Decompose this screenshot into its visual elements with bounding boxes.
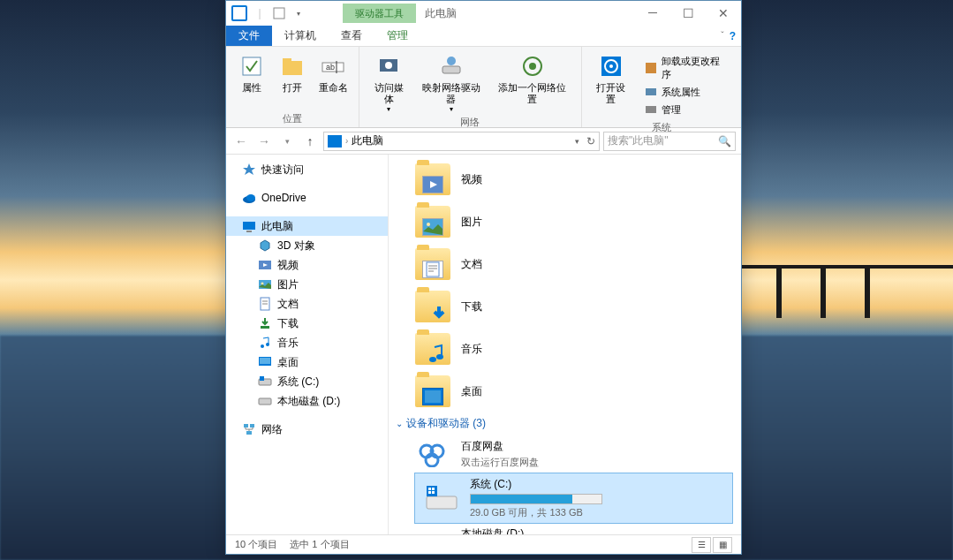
folder-icon	[415, 206, 450, 238]
titlebar[interactable]: | ▾ 驱动器工具 此电脑 ─ ☐ ✕	[226, 1, 741, 26]
properties-button[interactable]: 属性	[233, 50, 270, 95]
properties-label: 属性	[242, 82, 261, 94]
svg-rect-9	[442, 66, 460, 73]
nav-forward-button[interactable]: →	[254, 132, 274, 151]
svg-point-12	[529, 63, 536, 70]
open-settings-button[interactable]: 打开设置	[589, 50, 634, 107]
svg-rect-36	[259, 398, 271, 405]
refresh-icon[interactable]: ↻	[586, 135, 595, 148]
svg-rect-0	[274, 8, 284, 19]
svg-rect-35	[260, 376, 264, 381]
devices-section-header[interactable]: ⌄ 设备和驱动器 (3)	[389, 412, 741, 435]
svg-rect-54	[432, 488, 435, 490]
add-location-button[interactable]: 添加一个网络位置	[491, 50, 573, 107]
ribbon-collapse-icon[interactable]: ˇ	[721, 31, 723, 41]
main-pane[interactable]: 视频 图片 文档 下载 音乐 桌面 ⌄	[389, 155, 741, 534]
nav-videos[interactable]: 视频	[226, 255, 388, 275]
folder-videos[interactable]: 视频	[389, 158, 741, 201]
nav-system-c[interactable]: 系统 (C:)	[226, 372, 388, 391]
manage-button[interactable]: 管理	[640, 102, 730, 117]
window-icon	[231, 5, 247, 21]
drive-c-icon	[424, 482, 459, 514]
help-icon[interactable]: ?	[730, 30, 736, 42]
nav-quick-access[interactable]: 快速访问	[226, 160, 388, 179]
folder-icon	[415, 333, 450, 365]
tab-computer[interactable]: 计算机	[272, 26, 329, 46]
svg-rect-3	[283, 58, 291, 63]
nav-recent-dropdown[interactable]: ▾	[277, 132, 297, 151]
maximize-button[interactable]: ☐	[670, 1, 706, 26]
map-drive-label: 映射网络驱动器	[419, 82, 485, 105]
uninstall-button[interactable]: 卸载或更改程序	[640, 54, 730, 82]
ribbon-group-system: 打开设置 卸载或更改程序 系统属性 管理	[582, 47, 741, 127]
tab-file[interactable]: 文件	[226, 26, 272, 46]
nav-music[interactable]: 音乐	[226, 333, 388, 352]
rename-button[interactable]: ab 重命名	[314, 50, 352, 95]
system-properties-label: 系统属性	[662, 86, 700, 99]
folder-downloads[interactable]: 下载	[389, 285, 741, 328]
nav-desktop[interactable]: 桌面	[226, 352, 388, 372]
svg-rect-16	[646, 63, 656, 73]
svg-text:ab: ab	[326, 63, 335, 72]
svg-rect-38	[250, 424, 254, 428]
baidu-netdisk-item[interactable]: 百度网盘 双击运行百度网盘	[389, 435, 741, 473]
wallpaper-pier	[723, 247, 900, 318]
nav-local-d[interactable]: 本地磁盘 (D:)	[226, 391, 388, 411]
folder-desktop[interactable]: 桌面	[389, 370, 741, 412]
manage-label: 管理	[662, 103, 681, 117]
nav-3d-objects[interactable]: 3D 对象	[226, 236, 388, 255]
nav-up-button[interactable]: ↑	[300, 132, 320, 151]
access-media-button[interactable]: 访问媒体 ▾	[367, 50, 412, 116]
svg-rect-37	[244, 424, 248, 428]
search-icon[interactable]: 🔍	[718, 135, 731, 148]
view-icons-button[interactable]: ▦	[713, 537, 732, 553]
svg-rect-56	[432, 491, 435, 494]
nav-network[interactable]: 网络	[226, 420, 388, 439]
close-button[interactable]: ✕	[706, 1, 741, 26]
folder-music[interactable]: 音乐	[389, 328, 741, 370]
nav-downloads[interactable]: 下载	[226, 314, 388, 333]
svg-point-47	[436, 354, 443, 359]
svg-point-31	[266, 343, 269, 346]
drive-c-usage-bar	[470, 494, 602, 504]
nav-pictures[interactable]: 图片	[226, 275, 388, 294]
folder-pictures[interactable]: 图片	[389, 201, 741, 243]
breadcrumb-chevron-icon[interactable]: ›	[345, 136, 348, 146]
folder-documents[interactable]: 文档	[389, 243, 741, 285]
ribbon-group-network: 访问媒体 ▾ 映射网络驱动器 ▾ 添加一个网络位置 网络	[359, 47, 582, 127]
drive-d-title: 本地磁盘 (D:)	[461, 526, 602, 534]
nav-back-button[interactable]: ←	[231, 132, 251, 151]
nav-this-pc[interactable]: 此电脑	[226, 216, 388, 236]
address-location[interactable]: 此电脑	[352, 133, 383, 148]
qat-properties-icon[interactable]	[270, 4, 288, 22]
tab-manage[interactable]: 管理	[374, 26, 420, 46]
tab-view[interactable]: 查看	[329, 26, 374, 46]
rename-label: 重命名	[319, 82, 348, 94]
svg-point-15	[609, 64, 613, 68]
folder-icon	[415, 375, 450, 407]
drive-c-item[interactable]: 系统 (C:) 29.0 GB 可用，共 133 GB	[414, 473, 733, 524]
minimize-button[interactable]: ─	[635, 1, 670, 26]
quick-access-toolbar: | ▾	[251, 4, 307, 22]
group-location-label: 位置	[283, 112, 302, 125]
view-details-button[interactable]: ☰	[692, 537, 711, 553]
address-dropdown-icon[interactable]: ▾	[575, 137, 579, 146]
address-input[interactable]: › 此电脑 ▾ ↻	[323, 132, 600, 151]
svg-rect-21	[243, 222, 255, 230]
window-title: 此电脑	[425, 6, 457, 21]
search-input[interactable]: 搜索"此电脑" 🔍	[603, 132, 736, 151]
qat-dropdown-icon[interactable]: ▾	[290, 4, 307, 22]
drive-d-item[interactable]: 本地磁盘 (D:) 74.8 GB 可用，共 99.8 GB	[389, 523, 741, 534]
baidu-icon	[415, 438, 450, 470]
map-drive-button[interactable]: 映射网络驱动器 ▾	[415, 50, 488, 116]
open-button[interactable]: 打开	[274, 50, 311, 95]
open-settings-label: 打开设置	[593, 82, 631, 105]
add-location-label: 添加一个网络位置	[495, 82, 570, 105]
svg-point-46	[429, 357, 436, 362]
status-selected-count: 选中 1 个项目	[290, 538, 349, 551]
svg-rect-17	[646, 88, 656, 95]
svg-point-30	[261, 344, 264, 348]
nav-documents[interactable]: 文档	[226, 294, 388, 314]
system-properties-button[interactable]: 系统属性	[640, 84, 730, 100]
nav-onedrive[interactable]: OneDrive	[226, 188, 388, 208]
